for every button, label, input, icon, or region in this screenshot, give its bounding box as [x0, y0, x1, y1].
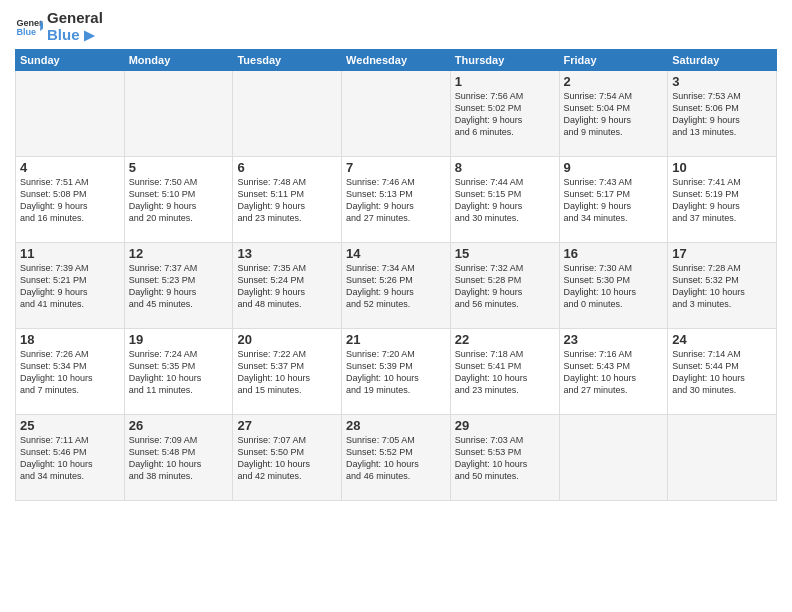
- week-row-2: 4Sunrise: 7:51 AM Sunset: 5:08 PM Daylig…: [16, 157, 777, 243]
- day-cell: 4Sunrise: 7:51 AM Sunset: 5:08 PM Daylig…: [16, 157, 125, 243]
- logo-blue: Blue: [47, 27, 103, 44]
- header-day-tuesday: Tuesday: [233, 50, 342, 71]
- day-info: Sunrise: 7:50 AM Sunset: 5:10 PM Dayligh…: [129, 176, 229, 225]
- header-day-sunday: Sunday: [16, 50, 125, 71]
- day-info: Sunrise: 7:43 AM Sunset: 5:17 PM Dayligh…: [564, 176, 664, 225]
- day-number: 6: [237, 160, 337, 175]
- day-info: Sunrise: 7:34 AM Sunset: 5:26 PM Dayligh…: [346, 262, 446, 311]
- day-number: 27: [237, 418, 337, 433]
- header-row: SundayMondayTuesdayWednesdayThursdayFrid…: [16, 50, 777, 71]
- day-cell: 27Sunrise: 7:07 AM Sunset: 5:50 PM Dayli…: [233, 415, 342, 501]
- week-row-5: 25Sunrise: 7:11 AM Sunset: 5:46 PM Dayli…: [16, 415, 777, 501]
- day-cell: 6Sunrise: 7:48 AM Sunset: 5:11 PM Daylig…: [233, 157, 342, 243]
- day-info: Sunrise: 7:46 AM Sunset: 5:13 PM Dayligh…: [346, 176, 446, 225]
- day-cell: 5Sunrise: 7:50 AM Sunset: 5:10 PM Daylig…: [124, 157, 233, 243]
- day-info: Sunrise: 7:11 AM Sunset: 5:46 PM Dayligh…: [20, 434, 120, 483]
- calendar-table: SundayMondayTuesdayWednesdayThursdayFrid…: [15, 49, 777, 501]
- day-cell: 16Sunrise: 7:30 AM Sunset: 5:30 PM Dayli…: [559, 243, 668, 329]
- header-day-saturday: Saturday: [668, 50, 777, 71]
- day-cell: 2Sunrise: 7:54 AM Sunset: 5:04 PM Daylig…: [559, 71, 668, 157]
- day-info: Sunrise: 7:37 AM Sunset: 5:23 PM Dayligh…: [129, 262, 229, 311]
- day-number: 15: [455, 246, 555, 261]
- day-number: 14: [346, 246, 446, 261]
- day-number: 23: [564, 332, 664, 347]
- logo-arrow-icon: [84, 30, 100, 42]
- svg-text:General: General: [16, 17, 43, 27]
- day-cell: 23Sunrise: 7:16 AM Sunset: 5:43 PM Dayli…: [559, 329, 668, 415]
- day-number: 20: [237, 332, 337, 347]
- day-info: Sunrise: 7:16 AM Sunset: 5:43 PM Dayligh…: [564, 348, 664, 397]
- day-number: 18: [20, 332, 120, 347]
- day-cell: 9Sunrise: 7:43 AM Sunset: 5:17 PM Daylig…: [559, 157, 668, 243]
- day-cell: 13Sunrise: 7:35 AM Sunset: 5:24 PM Dayli…: [233, 243, 342, 329]
- day-cell: 7Sunrise: 7:46 AM Sunset: 5:13 PM Daylig…: [342, 157, 451, 243]
- day-info: Sunrise: 7:51 AM Sunset: 5:08 PM Dayligh…: [20, 176, 120, 225]
- svg-marker-3: [84, 30, 95, 41]
- day-number: 9: [564, 160, 664, 175]
- day-cell: 11Sunrise: 7:39 AM Sunset: 5:21 PM Dayli…: [16, 243, 125, 329]
- day-info: Sunrise: 7:44 AM Sunset: 5:15 PM Dayligh…: [455, 176, 555, 225]
- day-cell: 25Sunrise: 7:11 AM Sunset: 5:46 PM Dayli…: [16, 415, 125, 501]
- day-number: 16: [564, 246, 664, 261]
- day-info: Sunrise: 7:18 AM Sunset: 5:41 PM Dayligh…: [455, 348, 555, 397]
- header-day-thursday: Thursday: [450, 50, 559, 71]
- day-info: Sunrise: 7:48 AM Sunset: 5:11 PM Dayligh…: [237, 176, 337, 225]
- day-cell: 1Sunrise: 7:56 AM Sunset: 5:02 PM Daylig…: [450, 71, 559, 157]
- day-info: Sunrise: 7:26 AM Sunset: 5:34 PM Dayligh…: [20, 348, 120, 397]
- header: General Blue General Blue: [15, 10, 777, 43]
- day-cell: 29Sunrise: 7:03 AM Sunset: 5:53 PM Dayli…: [450, 415, 559, 501]
- day-number: 25: [20, 418, 120, 433]
- day-cell: 22Sunrise: 7:18 AM Sunset: 5:41 PM Dayli…: [450, 329, 559, 415]
- day-cell: [342, 71, 451, 157]
- day-number: 7: [346, 160, 446, 175]
- day-cell: 26Sunrise: 7:09 AM Sunset: 5:48 PM Dayli…: [124, 415, 233, 501]
- day-number: 19: [129, 332, 229, 347]
- day-cell: [559, 415, 668, 501]
- day-number: 13: [237, 246, 337, 261]
- day-cell: 28Sunrise: 7:05 AM Sunset: 5:52 PM Dayli…: [342, 415, 451, 501]
- page: General Blue General Blue SundayMondayTu…: [0, 0, 792, 612]
- day-cell: 14Sunrise: 7:34 AM Sunset: 5:26 PM Dayli…: [342, 243, 451, 329]
- day-number: 17: [672, 246, 772, 261]
- svg-text:Blue: Blue: [16, 27, 36, 37]
- day-info: Sunrise: 7:20 AM Sunset: 5:39 PM Dayligh…: [346, 348, 446, 397]
- week-row-3: 11Sunrise: 7:39 AM Sunset: 5:21 PM Dayli…: [16, 243, 777, 329]
- day-number: 3: [672, 74, 772, 89]
- day-cell: 19Sunrise: 7:24 AM Sunset: 5:35 PM Dayli…: [124, 329, 233, 415]
- day-info: Sunrise: 7:54 AM Sunset: 5:04 PM Dayligh…: [564, 90, 664, 139]
- day-number: 10: [672, 160, 772, 175]
- day-cell: 10Sunrise: 7:41 AM Sunset: 5:19 PM Dayli…: [668, 157, 777, 243]
- day-number: 1: [455, 74, 555, 89]
- day-info: Sunrise: 7:03 AM Sunset: 5:53 PM Dayligh…: [455, 434, 555, 483]
- day-info: Sunrise: 7:56 AM Sunset: 5:02 PM Dayligh…: [455, 90, 555, 139]
- logo: General Blue General Blue: [15, 10, 103, 43]
- day-info: Sunrise: 7:30 AM Sunset: 5:30 PM Dayligh…: [564, 262, 664, 311]
- day-info: Sunrise: 7:41 AM Sunset: 5:19 PM Dayligh…: [672, 176, 772, 225]
- day-cell: 18Sunrise: 7:26 AM Sunset: 5:34 PM Dayli…: [16, 329, 125, 415]
- header-day-wednesday: Wednesday: [342, 50, 451, 71]
- logo-general: General: [47, 10, 103, 27]
- day-info: Sunrise: 7:07 AM Sunset: 5:50 PM Dayligh…: [237, 434, 337, 483]
- logo-icon: General Blue: [15, 13, 43, 41]
- day-info: Sunrise: 7:14 AM Sunset: 5:44 PM Dayligh…: [672, 348, 772, 397]
- day-number: 29: [455, 418, 555, 433]
- day-cell: 17Sunrise: 7:28 AM Sunset: 5:32 PM Dayli…: [668, 243, 777, 329]
- day-info: Sunrise: 7:32 AM Sunset: 5:28 PM Dayligh…: [455, 262, 555, 311]
- day-info: Sunrise: 7:09 AM Sunset: 5:48 PM Dayligh…: [129, 434, 229, 483]
- header-day-monday: Monday: [124, 50, 233, 71]
- week-row-1: 1Sunrise: 7:56 AM Sunset: 5:02 PM Daylig…: [16, 71, 777, 157]
- day-info: Sunrise: 7:53 AM Sunset: 5:06 PM Dayligh…: [672, 90, 772, 139]
- day-number: 26: [129, 418, 229, 433]
- day-cell: 20Sunrise: 7:22 AM Sunset: 5:37 PM Dayli…: [233, 329, 342, 415]
- day-number: 22: [455, 332, 555, 347]
- day-cell: 21Sunrise: 7:20 AM Sunset: 5:39 PM Dayli…: [342, 329, 451, 415]
- day-number: 21: [346, 332, 446, 347]
- day-info: Sunrise: 7:35 AM Sunset: 5:24 PM Dayligh…: [237, 262, 337, 311]
- day-number: 5: [129, 160, 229, 175]
- day-number: 11: [20, 246, 120, 261]
- day-cell: [233, 71, 342, 157]
- day-cell: 15Sunrise: 7:32 AM Sunset: 5:28 PM Dayli…: [450, 243, 559, 329]
- day-cell: 8Sunrise: 7:44 AM Sunset: 5:15 PM Daylig…: [450, 157, 559, 243]
- day-info: Sunrise: 7:24 AM Sunset: 5:35 PM Dayligh…: [129, 348, 229, 397]
- day-cell: 3Sunrise: 7:53 AM Sunset: 5:06 PM Daylig…: [668, 71, 777, 157]
